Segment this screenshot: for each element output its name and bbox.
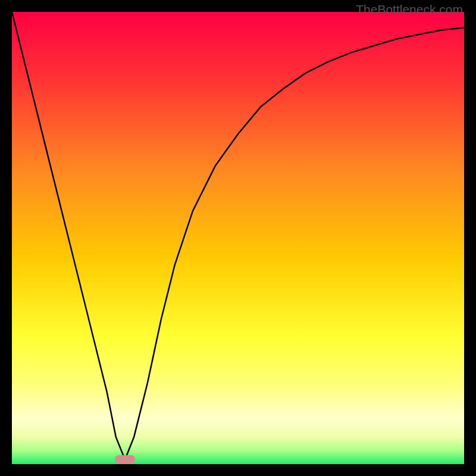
chart-container — [12, 12, 464, 464]
chart-plot-area — [12, 12, 464, 464]
optimal-point-marker — [115, 455, 135, 464]
watermark-text: TheBottleneck.com — [356, 2, 463, 17]
gradient-background — [12, 12, 464, 464]
